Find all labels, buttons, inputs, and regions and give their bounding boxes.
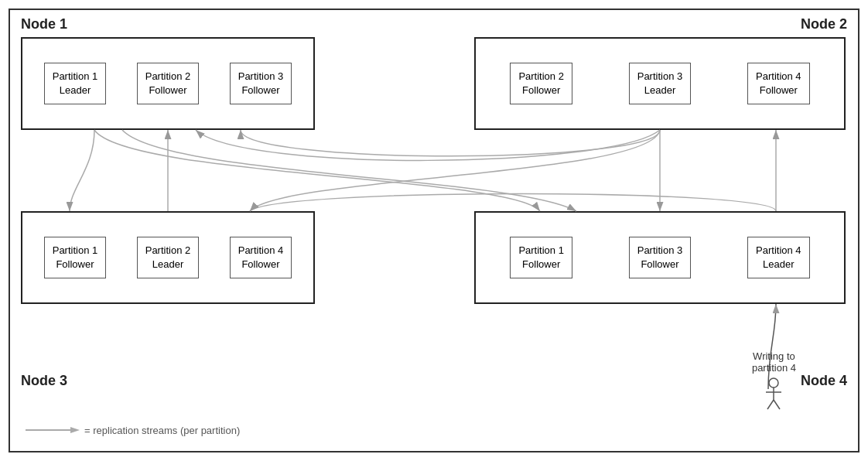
node4-label: Node 4: [801, 373, 847, 389]
svg-line-7: [774, 400, 780, 409]
node1-partition2: Partition 2 Follower: [137, 63, 200, 104]
node2-box: Partition 2 Follower Partition 3 Leader …: [474, 37, 846, 130]
node2-label: Node 2: [801, 16, 847, 32]
svg-line-6: [767, 400, 774, 409]
node3-partition2: Partition 2 Leader: [137, 237, 200, 278]
writing-label: Writing topartition 4: [752, 350, 796, 374]
node3-partition3: Partition 4 Follower: [230, 237, 292, 278]
svg-marker-2: [70, 427, 80, 433]
node1-label: Node 1: [21, 16, 67, 32]
diagram-container: Node 1 Node 2 Partition 1 Leader Partiti…: [9, 9, 859, 452]
writing-annotation: Writing topartition 4: [752, 350, 796, 411]
node2-partition1: Partition 2 Follower: [510, 63, 572, 104]
svg-point-3: [769, 378, 778, 388]
node3-box: Partition 1 Follower Partition 2 Leader …: [21, 211, 315, 304]
legend: = replication streams (per partition): [22, 423, 240, 437]
node1-box: Partition 1 Leader Partition 2 Follower …: [21, 37, 315, 130]
node4-partition3: Partition 4 Leader: [747, 237, 810, 278]
legend-arrow-svg: [22, 423, 84, 437]
node3-label: Node 3: [21, 373, 67, 389]
node4-box: Partition 1 Follower Partition 3 Followe…: [474, 211, 846, 304]
node1-partition3: Partition 3 Follower: [230, 63, 292, 104]
person-icon: [763, 377, 784, 411]
legend-text: = replication streams (per partition): [84, 425, 240, 436]
node4-partition2: Partition 3 Follower: [629, 237, 692, 278]
node1-partition1: Partition 1 Leader: [44, 63, 107, 104]
node4-partition1: Partition 1 Follower: [510, 237, 572, 278]
node2-partition2: Partition 3 Leader: [629, 63, 692, 104]
node2-partition3: Partition 4 Follower: [747, 63, 810, 104]
node3-partition1: Partition 1 Follower: [44, 237, 107, 278]
